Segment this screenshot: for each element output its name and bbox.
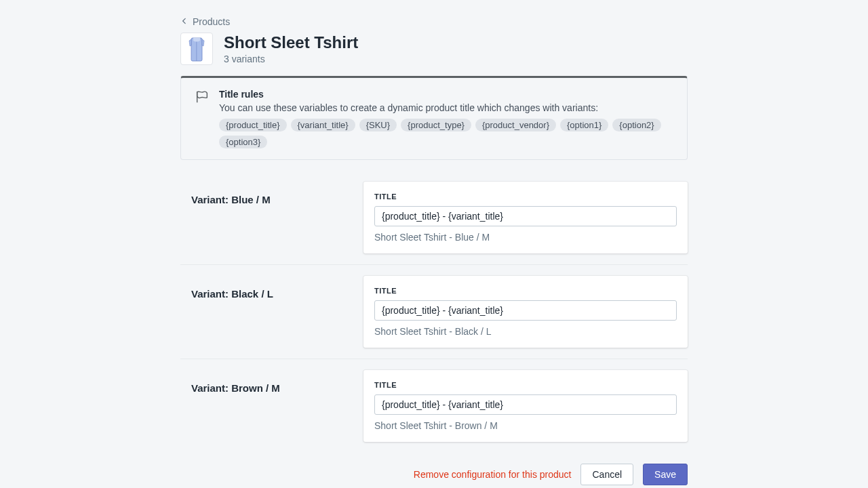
variable-pill[interactable]: {option2}	[612, 119, 660, 131]
variant-block: Variant: Blue / MTITLEShort Sleet Tshirt…	[180, 171, 688, 265]
title-preview: Short Sleet Tshirt - Brown / M	[374, 420, 677, 431]
variant-label: Variant: Blue / M	[191, 194, 353, 205]
title-input[interactable]	[374, 300, 677, 321]
save-button[interactable]: Save	[643, 464, 688, 485]
info-title: Title rules	[219, 89, 673, 100]
variant-card: TITLEShort Sleet Tshirt - Blue / M	[363, 182, 688, 253]
page-header: Short Sleet Tshirt 3 variants	[180, 33, 688, 65]
variant-card: TITLEShort Sleet Tshirt - Black / L	[363, 276, 688, 348]
breadcrumb-label: Products	[193, 16, 230, 27]
variant-label: Variant: Brown / M	[191, 382, 353, 394]
flag-icon	[195, 89, 210, 104]
variable-pill[interactable]: {SKU}	[359, 119, 397, 131]
variant-label: Variant: Black / L	[191, 288, 353, 300]
chevron-left-icon	[180, 16, 189, 27]
variable-pill[interactable]: {option1}	[560, 119, 608, 131]
cancel-button[interactable]: Cancel	[580, 464, 633, 485]
variable-pill[interactable]: {product_type}	[401, 119, 471, 131]
variable-pill[interactable]: {variant_title}	[291, 119, 355, 131]
info-description: You can use these variables to create a …	[219, 102, 673, 113]
variable-pill[interactable]: {option3}	[219, 136, 267, 148]
field-label: TITLE	[374, 381, 677, 389]
variable-pill[interactable]: {product_title}	[219, 119, 287, 131]
form-actions: Remove configuration for this product Ca…	[180, 464, 688, 485]
field-label: TITLE	[374, 192, 677, 201]
variant-block: Variant: Black / LTITLEShort Sleet Tshir…	[180, 265, 688, 359]
product-thumbnail	[180, 33, 213, 65]
variable-pill[interactable]: {product_vendor}	[475, 119, 556, 131]
remove-configuration-link[interactable]: Remove configuration for this product	[414, 469, 572, 480]
title-rules-card: Title rules You can use these variables …	[180, 76, 688, 160]
page-subtitle: 3 variants	[224, 54, 358, 64]
field-label: TITLE	[374, 287, 677, 295]
page-title: Short Sleet Tshirt	[224, 33, 358, 53]
variant-card: TITLEShort Sleet Tshirt - Brown / M	[363, 370, 688, 442]
title-input[interactable]	[374, 394, 677, 415]
title-preview: Short Sleet Tshirt - Blue / M	[374, 232, 677, 243]
variant-block: Variant: Brown / MTITLEShort Sleet Tshir…	[180, 359, 688, 453]
title-input[interactable]	[374, 206, 677, 226]
title-preview: Short Sleet Tshirt - Black / L	[374, 326, 677, 337]
breadcrumb-back[interactable]: Products	[180, 16, 688, 27]
variable-pills: {product_title}{variant_title}{SKU}{prod…	[219, 119, 673, 148]
